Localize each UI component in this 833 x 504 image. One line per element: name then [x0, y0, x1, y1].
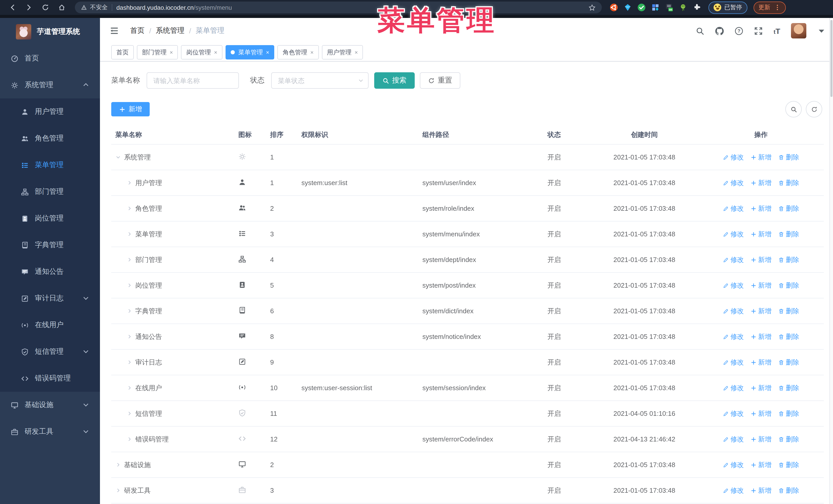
caret-down-icon[interactable]	[817, 26, 826, 35]
tab-菜单管理[interactable]: 菜单管理×	[225, 45, 275, 59]
sidebar-item-在线用户[interactable]: 在线用户	[0, 312, 100, 338]
新增-link[interactable]: 新增	[751, 332, 771, 341]
on-badge-ext-icon[interactable]: on	[664, 3, 673, 12]
refresh-button[interactable]	[806, 101, 822, 117]
删除-link[interactable]: 删除	[778, 409, 799, 418]
新增-link[interactable]: 新增	[751, 306, 771, 316]
删除-link[interactable]: 删除	[778, 460, 799, 470]
修改-link[interactable]: 修改	[723, 152, 744, 162]
修改-link[interactable]: 修改	[723, 332, 744, 341]
expand-caret-icon[interactable]	[127, 283, 132, 288]
sidebar-item-研发工具[interactable]: 研发工具	[0, 418, 100, 445]
expand-caret-icon[interactable]	[115, 462, 121, 467]
修改-link[interactable]: 修改	[723, 434, 744, 444]
新增-link[interactable]: 新增	[751, 178, 771, 187]
删除-link[interactable]: 删除	[778, 306, 799, 316]
删除-link[interactable]: 删除	[778, 178, 799, 187]
新增-link[interactable]: 新增	[751, 486, 771, 495]
breadcrumb-system[interactable]: 系统管理	[156, 26, 185, 35]
ubuntu-ext-icon[interactable]	[609, 3, 618, 12]
新增-link[interactable]: 新增	[751, 358, 771, 367]
forward-icon[interactable]	[22, 2, 36, 13]
修改-link[interactable]: 修改	[723, 230, 744, 239]
font-size-icon[interactable]: tT	[774, 26, 780, 35]
sidebar-item-短信管理[interactable]: 短信管理	[0, 338, 100, 365]
sidebar-item-部门管理[interactable]: 部门管理	[0, 178, 100, 205]
新增-link[interactable]: 新增	[751, 255, 771, 264]
修改-link[interactable]: 修改	[723, 178, 744, 187]
修改-link[interactable]: 修改	[723, 486, 744, 495]
删除-link[interactable]: 删除	[778, 152, 799, 162]
删除-link[interactable]: 删除	[778, 230, 799, 239]
reload-icon[interactable]	[38, 2, 52, 13]
close-icon[interactable]: ×	[170, 49, 173, 55]
修改-link[interactable]: 修改	[723, 460, 744, 470]
删除-link[interactable]: 删除	[778, 358, 799, 367]
修改-link[interactable]: 修改	[723, 281, 744, 290]
修改-link[interactable]: 修改	[723, 204, 744, 213]
expand-caret-icon[interactable]	[127, 257, 132, 263]
scrollbar[interactable]	[829, 18, 833, 504]
user-avatar[interactable]	[791, 23, 806, 39]
tab-角色管理[interactable]: 角色管理×	[278, 45, 319, 59]
reset-button[interactable]: 重置	[420, 72, 460, 89]
sidebar-item-通知公告[interactable]: 通知公告	[0, 258, 100, 285]
expand-caret-icon[interactable]	[127, 411, 132, 416]
search-button[interactable]: 搜索	[374, 72, 415, 89]
hide-search-button[interactable]	[785, 101, 802, 117]
sidebar-item-基础设施[interactable]: 基础设施	[0, 392, 100, 418]
menu-fold-icon[interactable]	[110, 26, 120, 36]
back-icon[interactable]	[5, 2, 20, 13]
expand-caret-icon[interactable]	[127, 436, 132, 442]
expand-caret-icon[interactable]	[127, 180, 132, 186]
修改-link[interactable]: 修改	[723, 409, 744, 418]
expand-caret-icon[interactable]	[127, 385, 132, 391]
check-ext-icon[interactable]	[637, 3, 646, 12]
add-button[interactable]: 新增	[111, 102, 150, 116]
sidebar-item-角色管理[interactable]: 角色管理	[0, 125, 100, 152]
删除-link[interactable]: 删除	[778, 332, 799, 341]
sidebar-item-岗位管理[interactable]: 岗位管理	[0, 205, 100, 232]
bookmark-star-icon[interactable]	[589, 4, 596, 11]
tab-部门管理[interactable]: 部门管理×	[137, 45, 178, 59]
expand-caret-icon[interactable]	[127, 359, 132, 365]
sidebar-item-系统管理[interactable]: 系统管理	[0, 72, 100, 98]
menu-name-input[interactable]	[147, 72, 239, 89]
修改-link[interactable]: 修改	[723, 383, 744, 392]
新增-link[interactable]: 新增	[751, 460, 771, 470]
expand-caret-icon[interactable]	[127, 308, 132, 314]
新增-link[interactable]: 新增	[751, 152, 771, 162]
sidebar-item-字典管理[interactable]: 字典管理	[0, 232, 100, 258]
leaf-ext-icon[interactable]	[678, 3, 687, 12]
grid-ext-icon[interactable]	[650, 3, 660, 12]
sidebar-item-错误码管理[interactable]: 错误码管理	[0, 365, 100, 392]
github-icon[interactable]	[715, 26, 724, 35]
修改-link[interactable]: 修改	[723, 306, 744, 316]
删除-link[interactable]: 删除	[778, 486, 799, 495]
status-select-input[interactable]	[271, 72, 368, 89]
新增-link[interactable]: 新增	[751, 204, 771, 213]
scrollbar-thumb[interactable]	[830, 20, 832, 97]
close-icon[interactable]: ×	[214, 49, 217, 55]
sidebar-item-菜单管理[interactable]: 菜单管理	[0, 152, 100, 178]
删除-link[interactable]: 删除	[778, 383, 799, 392]
修改-link[interactable]: 修改	[723, 255, 744, 264]
新增-link[interactable]: 新增	[751, 409, 771, 418]
gem-ext-icon[interactable]	[623, 3, 632, 12]
search-icon[interactable]	[696, 26, 704, 35]
expand-caret-icon[interactable]	[115, 154, 121, 160]
sidebar-item-首页[interactable]: 首页	[0, 45, 100, 72]
tab-用户管理[interactable]: 用户管理×	[322, 45, 363, 59]
新增-link[interactable]: 新增	[751, 230, 771, 239]
app-logo-row[interactable]: 芋道管理系统	[0, 18, 100, 45]
status-select[interactable]	[271, 72, 368, 89]
breadcrumb-home[interactable]: 首页	[130, 26, 145, 35]
home-icon[interactable]	[54, 2, 69, 13]
删除-link[interactable]: 删除	[778, 204, 799, 213]
sidebar-item-审计日志[interactable]: 审计日志	[0, 285, 100, 312]
新增-link[interactable]: 新增	[751, 383, 771, 392]
sidebar-item-用户管理[interactable]: 用户管理	[0, 98, 100, 125]
expand-caret-icon[interactable]	[127, 334, 132, 339]
profile-chip[interactable]: 已暂停	[709, 1, 747, 14]
tab-首页[interactable]: 首页	[111, 45, 134, 59]
